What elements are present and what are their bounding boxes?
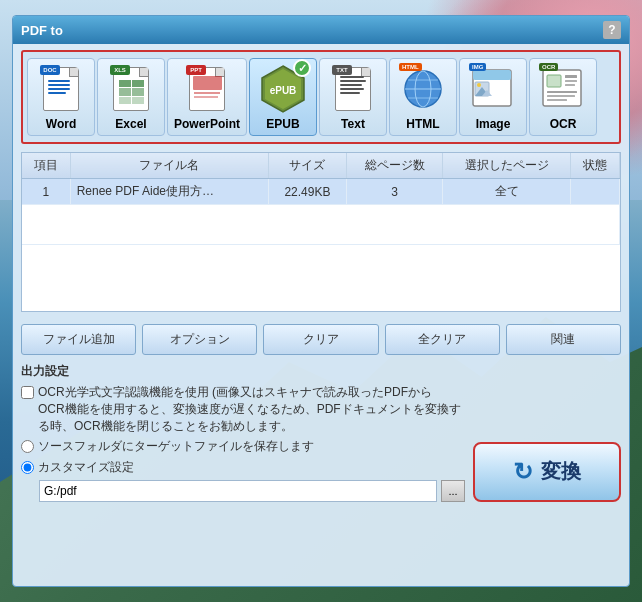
ocr-label-text: OCR光学式文字認識機能を使用 (画像又はスキャナで読み取ったPDFから [38, 385, 432, 399]
convert-button[interactable]: ↻ 変換 [473, 442, 621, 502]
cell-pages: 3 [346, 179, 442, 205]
source-folder-radio[interactable] [21, 440, 34, 453]
title-bar: PDF to ? [13, 16, 629, 44]
svg-rect-19 [547, 91, 577, 93]
help-button[interactable]: ? [603, 21, 621, 39]
format-image[interactable]: IMG Image [459, 58, 527, 136]
action-buttons: ファイル追加 オプション クリア 全クリア 関連 [21, 320, 621, 359]
excel-label: Excel [115, 117, 146, 131]
powerpoint-icon: PPT [183, 63, 231, 115]
file-table-container: 項目 ファイル名 サイズ 総ページ数 選択したページ 状態 1 Renee PD… [21, 152, 621, 312]
ocr-setting-row: OCR光学式文字認識機能を使用 (画像又はスキャナで読み取ったPDFから OCR… [21, 384, 465, 434]
path-input[interactable] [39, 480, 437, 502]
svg-point-13 [477, 83, 481, 87]
text-label: Text [341, 117, 365, 131]
output-settings: 出力設定 OCR光学式文字認識機能を使用 (画像又はスキャナで読み取ったPDFか… [21, 363, 465, 502]
source-folder-label: ソースフォルダにターゲットファイルを保存します [38, 438, 314, 455]
format-powerpoint[interactable]: PPT PowerPoint [167, 58, 247, 136]
clear-button[interactable]: クリア [263, 324, 378, 355]
powerpoint-label: PowerPoint [174, 117, 240, 131]
custom-label: カスタマイズ設定 [38, 459, 134, 476]
svg-rect-15 [547, 75, 561, 87]
ocr-description-text: OCR機能を使用すると、変換速度が遅くなるため、PDFドキュメントを変換する時、… [38, 402, 461, 433]
app-title: PDF to [21, 23, 603, 38]
image-label: Image [476, 117, 511, 131]
format-html[interactable]: HTML HTML [389, 58, 457, 136]
ocr-icon: OCR [539, 63, 587, 115]
source-folder-row: ソースフォルダにターゲットファイルを保存します [21, 438, 465, 455]
convert-button-area: ↻ 変換 [473, 442, 621, 502]
text-icon: TXT [329, 63, 377, 115]
svg-rect-16 [565, 75, 577, 78]
format-word[interactable]: DOC Word [27, 58, 95, 136]
cell-no: 1 [22, 179, 70, 205]
table-row-empty [22, 205, 620, 245]
epub-icon: ePUB ✓ [259, 63, 307, 115]
bottom-area: 出力設定 OCR光学式文字認識機能を使用 (画像又はスキャナで読み取ったPDFか… [21, 363, 621, 502]
cell-filename: Renee PDF Aide使用方… [70, 179, 268, 205]
ocr-label: OCR [550, 117, 577, 131]
format-selector: DOC Word [21, 50, 621, 144]
options-button[interactable]: オプション [142, 324, 257, 355]
svg-rect-18 [565, 84, 575, 86]
image-icon: IMG [469, 63, 517, 115]
col-header-selected: 選択したページ [443, 153, 571, 179]
browse-button[interactable]: ... [441, 480, 465, 502]
cell-status [571, 179, 620, 205]
epub-label: EPUB [266, 117, 299, 131]
file-table: 項目 ファイル名 サイズ 総ページ数 選択したページ 状態 1 Renee PD… [22, 153, 620, 245]
active-checkmark: ✓ [293, 59, 311, 77]
path-row: ... [39, 480, 465, 502]
col-header-filename: ファイル名 [70, 153, 268, 179]
cell-selected: 全て [443, 179, 571, 205]
convert-icon: ↻ [513, 458, 533, 486]
format-epub[interactable]: ePUB ✓ EPUB [249, 58, 317, 136]
col-header-no: 項目 [22, 153, 70, 179]
convert-label: 変換 [541, 458, 581, 485]
col-header-size: サイズ [269, 153, 347, 179]
word-icon: DOC [37, 63, 85, 115]
custom-path-row: カスタマイズ設定 [21, 459, 465, 476]
svg-rect-9 [473, 70, 511, 80]
svg-rect-20 [547, 95, 575, 97]
output-settings-title: 出力設定 [21, 363, 465, 380]
related-button[interactable]: 関連 [506, 324, 621, 355]
clear-all-button[interactable]: 全クリア [385, 324, 500, 355]
ocr-checkbox[interactable] [21, 386, 34, 399]
main-dialog: PDF to ? DOC Word [12, 15, 630, 587]
word-label: Word [46, 117, 76, 131]
svg-rect-17 [565, 80, 577, 82]
custom-path-radio[interactable] [21, 461, 34, 474]
cell-size: 22.49KB [269, 179, 347, 205]
format-text[interactable]: TXT Text [319, 58, 387, 136]
add-file-button[interactable]: ファイル追加 [21, 324, 136, 355]
html-label: HTML [406, 117, 439, 131]
html-icon: HTML [399, 63, 447, 115]
format-excel[interactable]: XLS Excel [97, 58, 165, 136]
col-header-status: 状態 [571, 153, 620, 179]
table-row[interactable]: 1 Renee PDF Aide使用方… 22.49KB 3 全て [22, 179, 620, 205]
svg-rect-21 [547, 99, 567, 101]
format-ocr[interactable]: OCR OCR [529, 58, 597, 136]
svg-text:ePUB: ePUB [270, 85, 297, 96]
col-header-pages: 総ページ数 [346, 153, 442, 179]
excel-icon: XLS [107, 63, 155, 115]
